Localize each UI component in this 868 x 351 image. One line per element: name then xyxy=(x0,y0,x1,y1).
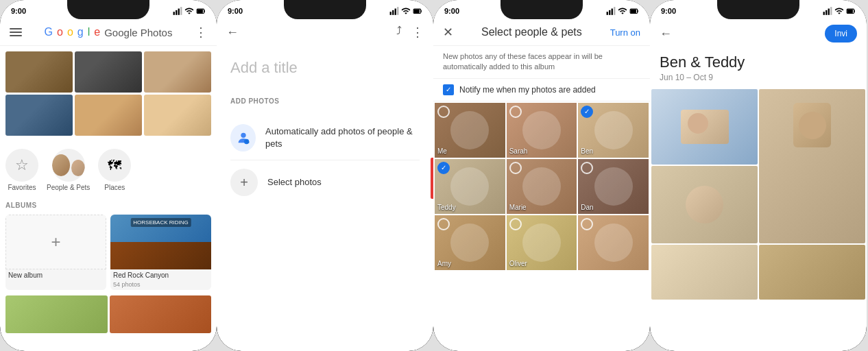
signal-icon-3 xyxy=(606,6,616,16)
logo-g: G xyxy=(45,26,53,38)
svg-rect-22 xyxy=(638,10,638,12)
logo-e: e xyxy=(94,26,100,38)
battery-icon-3 xyxy=(629,6,639,16)
baby-head xyxy=(688,113,708,134)
menu-button[interactable] xyxy=(10,28,22,36)
places-label: Places xyxy=(104,184,125,191)
status-time-4: 9:00 xyxy=(661,7,676,15)
phone2-content: Add a title ADD PHOTOS 🐾 Automatically a… xyxy=(217,45,433,218)
battery-icon-2 xyxy=(413,6,422,16)
person-card-amy[interactable]: Amy xyxy=(435,215,505,270)
places-category[interactable]: 🗺 Places xyxy=(98,149,131,191)
svg-rect-10 xyxy=(397,7,398,15)
turn-on-button[interactable]: Turn on xyxy=(610,27,640,38)
favorites-category[interactable]: ☆ Favorites xyxy=(5,149,38,191)
album-name: Red Rock Canyon xyxy=(110,269,211,281)
photo-thumb[interactable] xyxy=(75,95,142,136)
photo-thumb[interactable] xyxy=(144,51,211,93)
dan-select-circle[interactable] xyxy=(581,162,593,174)
favorites-icon-container: ☆ xyxy=(5,149,38,182)
svg-rect-5 xyxy=(204,10,205,12)
collage-photo-5[interactable] xyxy=(759,245,865,300)
red-rock-album-card[interactable]: HORSEBACK RIDING Red Rock Canyon 54 phot… xyxy=(110,215,211,290)
auto-add-option[interactable]: 🐾 Automatically add photos of people & p… xyxy=(230,116,420,160)
person-name-oliver: Oliver xyxy=(509,260,527,267)
person-card-sarah[interactable]: Sarah xyxy=(507,103,577,158)
bottom-photo-1[interactable] xyxy=(5,295,108,333)
logo-o2: o xyxy=(67,26,73,38)
phone4-header: ← Invi xyxy=(650,19,867,48)
face-icon-1 xyxy=(52,154,70,176)
invite-button[interactable]: Invi xyxy=(825,25,857,43)
photo-row-2 xyxy=(5,95,211,136)
person-card-dan[interactable]: Dan xyxy=(578,159,649,214)
face-amy-circle xyxy=(450,223,489,262)
ben-select-circle[interactable]: ✓ xyxy=(581,106,593,118)
face-sarah-circle xyxy=(522,111,561,149)
person-card-extra[interactable] xyxy=(578,215,649,270)
teddy-select-circle[interactable]: ✓ xyxy=(437,162,450,174)
sign-text: HORSEBACK RIDING xyxy=(130,218,191,227)
people-pets-category[interactable]: People & Pets xyxy=(47,149,90,191)
photo-thumb[interactable] xyxy=(144,95,211,136)
battery-icon-4 xyxy=(846,6,856,16)
collage-photo-4[interactable] xyxy=(651,245,758,300)
sarah-select-circle[interactable] xyxy=(509,106,522,118)
person-name-ben: Ben xyxy=(581,147,593,155)
select-photos-option[interactable]: + Select photos xyxy=(230,160,420,204)
back-button-4[interactable]: ← xyxy=(660,27,672,41)
notify-checkbox[interactable]: ✓ xyxy=(443,84,454,95)
person-card-marie[interactable]: Marie xyxy=(507,159,577,214)
collage-photo-2[interactable] xyxy=(759,89,865,243)
collage-photo-3[interactable] xyxy=(651,166,758,243)
share-button[interactable]: ⤴ xyxy=(396,25,402,40)
collage-photo-1[interactable] xyxy=(651,89,758,165)
person-card-teddy[interactable]: ✓ Teddy xyxy=(435,159,505,214)
red-rock-thumb: HORSEBACK RIDING xyxy=(110,215,211,269)
person-card-oliver[interactable]: Oliver xyxy=(507,215,577,270)
person-name-me: Me xyxy=(437,147,447,155)
svg-rect-17 xyxy=(607,12,608,15)
photo-thumb[interactable] xyxy=(5,51,73,93)
person-card-ben[interactable]: ✓ Ben xyxy=(578,103,649,158)
svg-rect-27 xyxy=(830,7,832,15)
signal-icon-4 xyxy=(823,6,832,16)
bottom-photo-2[interactable] xyxy=(110,295,212,333)
baby-photo xyxy=(681,110,729,144)
person-name-marie: Marie xyxy=(509,204,527,211)
photo-thumb[interactable] xyxy=(75,51,142,93)
person-card-me[interactable]: Me xyxy=(435,103,505,158)
back-button-2[interactable]: ← xyxy=(226,25,239,40)
more-button-2[interactable]: ⋮ xyxy=(411,25,424,40)
svg-rect-3 xyxy=(180,7,182,15)
photo-thumb[interactable] xyxy=(5,95,73,136)
new-album-card[interactable]: + New album xyxy=(5,215,106,290)
svg-rect-6 xyxy=(197,10,203,13)
face-marie-circle xyxy=(522,167,561,206)
app-logo: Google Google Photos xyxy=(45,26,173,38)
amy-select-circle[interactable] xyxy=(437,218,450,230)
people-pets-icon-container xyxy=(52,149,85,182)
me-select-circle[interactable] xyxy=(437,106,450,118)
add-title-input[interactable]: Add a title xyxy=(230,59,420,77)
phone-4: 9:00 ← Invi Ben & Teddy Jun 10 – Oct 9 xyxy=(650,0,867,351)
signal-icon-2 xyxy=(389,6,399,16)
svg-rect-23 xyxy=(631,10,636,13)
albums-section: ALBUMS + New album HORSEBACK RIDING Red xyxy=(0,194,217,293)
phone-3: 9:00 ✕ Select people & pets Turn on New … xyxy=(433,0,650,351)
album-info: Ben & Teddy Jun 10 – Oct 9 xyxy=(650,48,867,89)
logo-o1: o xyxy=(57,26,63,38)
svg-rect-18 xyxy=(609,10,610,15)
svg-rect-26 xyxy=(828,9,830,15)
svg-rect-13 xyxy=(414,10,420,13)
more-button-1[interactable]: ⋮ xyxy=(195,25,207,40)
oliver-select-circle[interactable] xyxy=(509,218,522,230)
svg-rect-9 xyxy=(395,9,396,15)
notify-row[interactable]: ✓ Notify me when my photos are added xyxy=(433,79,650,101)
status-icons-4 xyxy=(823,6,856,16)
status-icons-1 xyxy=(173,6,206,16)
extra-select-circle[interactable] xyxy=(581,218,593,230)
marie-select-circle[interactable] xyxy=(509,162,522,174)
category-row: ☆ Favorites People & Pets 🗺 Places xyxy=(0,143,217,194)
close-button[interactable]: ✕ xyxy=(443,25,453,40)
